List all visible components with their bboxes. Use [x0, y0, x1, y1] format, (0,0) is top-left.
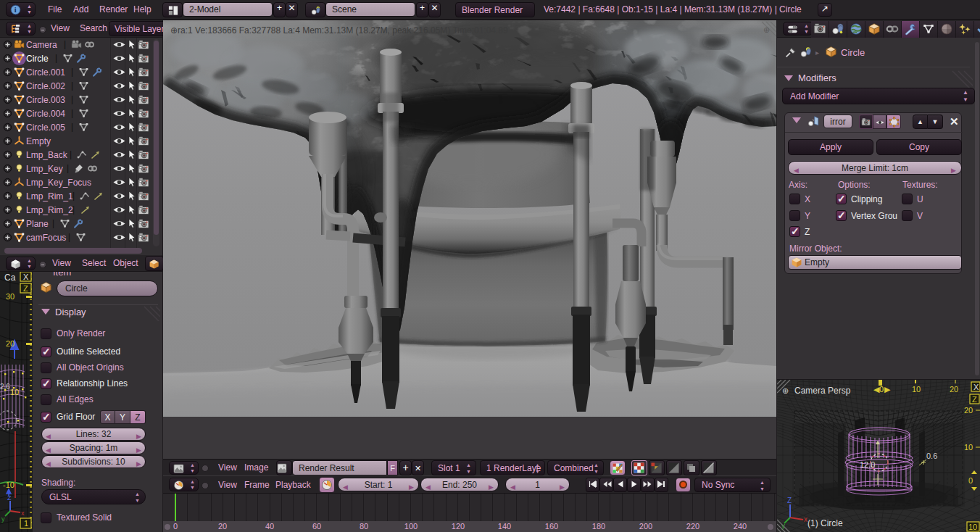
svg-text:Z: Z [7, 494, 12, 502]
svg-text:⊕ra:1 Ve:183666 Fa:327788 La:: ⊕ra:1 Ve:183666 Fa:327788 La:4 Mem:31.13… [170, 25, 508, 36]
svg-text:x: x [804, 515, 807, 523]
svg-text:10: 10 [10, 388, 19, 396]
svg-text:1: 1 [24, 519, 28, 528]
svg-text:⊕: ⊕ [782, 386, 789, 395]
svg-text:12.0: 12.0 [860, 460, 875, 469]
svg-text:0: 0 [968, 476, 973, 485]
svg-text:0: 0 [879, 385, 884, 394]
svg-text:Ca: Ca [4, 273, 16, 283]
svg-text:x: x [21, 510, 25, 517]
svg-text:Z: Z [787, 496, 792, 504]
svg-text:20: 20 [6, 339, 14, 348]
svg-text:10: 10 [964, 443, 973, 452]
svg-text:20: 20 [964, 406, 973, 415]
svg-text:i: i [14, 6, 17, 14]
svg-text:0.6: 0.6 [926, 452, 937, 460]
svg-text:30: 30 [6, 292, 14, 301]
svg-text:⊕: ⊕ [763, 25, 770, 34]
svg-text:y: y [1, 515, 5, 523]
svg-text:Camera Persp: Camera Persp [794, 386, 851, 396]
svg-text:▶: ▶ [884, 385, 891, 394]
svg-text:Z: Z [972, 395, 977, 404]
svg-text:-10: -10 [3, 481, 14, 489]
svg-text:Z: Z [23, 284, 28, 293]
svg-text:(1) Circle: (1) Circle [807, 518, 843, 528]
svg-text:10: 10 [968, 523, 977, 531]
svg-text:X: X [23, 273, 29, 281]
svg-text:X: X [973, 383, 979, 391]
svg-text:20: 20 [950, 385, 958, 394]
svg-text:10: 10 [912, 385, 921, 394]
